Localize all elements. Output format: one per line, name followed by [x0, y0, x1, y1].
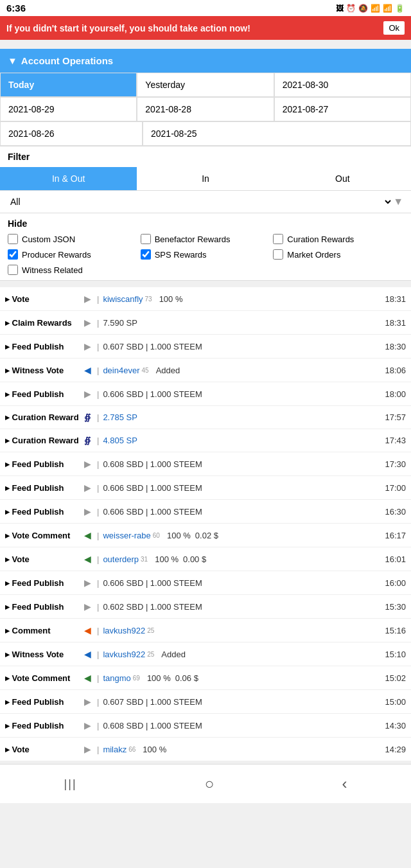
table-row[interactable]: ▸ Curation Reward∯|2.785 SP17:57	[0, 406, 411, 429]
table-row[interactable]: ▸ Feed Publish▶|0.608 SBD | 1.000 STEEM1…	[0, 714, 411, 738]
tx-type-label: ▸ Curation Reward	[5, 436, 79, 445]
tx-time: 17:30	[381, 459, 406, 469]
checkbox-curation-rewards[interactable]: Curation Rewards	[273, 234, 403, 244]
tx-time: 15:10	[381, 650, 406, 659]
table-row[interactable]: ▸ Witness Vote◀|dein4ever45Added18:06	[0, 359, 411, 382]
table-row[interactable]: ▸ Claim Rewards▶|7.590 SP18:31	[0, 311, 411, 335]
tx-direction-icon: ◀	[82, 530, 93, 540]
tx-time: 18:31	[381, 294, 406, 304]
tx-direction-icon: ▶	[82, 744, 93, 754]
tx-direction-icon: ∯	[82, 412, 93, 422]
table-row[interactable]: ▸ Feed Publish▶|0.602 SBD | 1.000 STEEM1…	[0, 595, 411, 619]
table-row[interactable]: ▸ Feed Publish▶|0.608 SBD | 1.000 STEEM1…	[0, 452, 411, 476]
checkbox-benefactor-rewards[interactable]: Benefactor Rewards	[141, 234, 271, 244]
date-2021-08-26[interactable]: 2021-08-26	[0, 121, 143, 146]
wifi-icon: 📶	[371, 4, 380, 13]
tx-detail: lavkush92225	[103, 626, 379, 635]
tx-time: 18:31	[381, 318, 406, 328]
tab-in[interactable]: In	[137, 167, 274, 190]
tx-type-label: ▸ Vote	[5, 294, 79, 304]
checkbox-producer-rewards[interactable]: Producer Rewards	[8, 249, 138, 260]
date-2021-08-28[interactable]: 2021-08-28	[137, 97, 274, 121]
tx-user[interactable]: outerderp	[103, 554, 139, 564]
tx-detail: tangmo69100 %0.06 $	[103, 673, 379, 683]
table-row[interactable]: ▸ Feed Publish▶|0.606 SBD | 1.000 STEEM1…	[0, 571, 411, 595]
date-yesterday[interactable]: Yesterday	[137, 73, 274, 97]
checkbox-market-orders[interactable]: Market Orders	[273, 249, 403, 260]
checkbox-sps-rewards[interactable]: SPS Rewards	[141, 249, 271, 260]
table-row[interactable]: ▸ Curation Reward∯|4.805 SP17:43	[0, 429, 411, 452]
tx-user[interactable]: lavkush922	[103, 626, 145, 635]
tx-direction-icon: ◀	[82, 673, 93, 683]
date-grid: Today Yesterday 2021-08-30 2021-08-29 20…	[0, 73, 411, 146]
date-2021-08-25[interactable]: 2021-08-25	[143, 121, 411, 146]
tx-detail: 0.606 SBD | 1.000 STEEM	[103, 483, 379, 493]
tx-user[interactable]: weisser-rabe	[103, 531, 150, 540]
table-row[interactable]: ▸ Comment◀|lavkush9222515:16	[0, 619, 411, 642]
tx-type-label: ▸ Vote Comment	[5, 673, 79, 683]
tab-in-out[interactable]: In & Out	[0, 167, 137, 190]
tx-type-label: ▸ Feed Publish	[5, 459, 79, 469]
tx-detail: 0.606 SBD | 1.000 STEEM	[103, 389, 379, 399]
account-ops-header[interactable]: ▼ Account Operations	[0, 49, 411, 73]
checkbox-witness-related[interactable]: Witness Related	[8, 265, 138, 275]
date-2021-08-27[interactable]: 2021-08-27	[274, 97, 411, 121]
tx-user[interactable]: dein4ever	[103, 366, 139, 375]
table-row[interactable]: ▸ Vote Comment◀|weisser-rabe60100 %0.02 …	[0, 524, 411, 547]
table-row[interactable]: ▸ Vote▶|milakz66100 %14:29	[0, 738, 411, 761]
date-2021-08-30[interactable]: 2021-08-30	[274, 73, 411, 97]
tx-time: 17:43	[381, 436, 406, 445]
status-bar: 6:36 🖼 ⏰ 🔕 📶 📶 🔋	[0, 0, 411, 16]
table-row[interactable]: ▸ Feed Publish▶|0.606 SBD | 1.000 STEEM1…	[0, 500, 411, 524]
tx-time: 17:00	[381, 483, 406, 493]
tx-direction-icon: ◀	[82, 365, 93, 375]
tx-time: 16:30	[381, 507, 406, 517]
tx-user[interactable]: lavkush922	[103, 650, 145, 659]
tx-type-label: ▸ Feed Publish	[5, 697, 79, 707]
menu-icon[interactable]: |||	[51, 775, 90, 793]
tx-detail: 0.602 SBD | 1.000 STEEM	[103, 602, 379, 612]
tx-detail: milakz66100 %	[103, 745, 379, 754]
alert-banner: If you didn't start it yourself, you sho…	[0, 16, 411, 40]
tx-time: 15:16	[381, 626, 406, 635]
date-today[interactable]: Today	[0, 73, 137, 97]
date-row-2: 2021-08-29 2021-08-28 2021-08-27	[0, 97, 411, 121]
tx-direction-icon: ∯	[82, 436, 93, 445]
table-row[interactable]: ▸ Vote◀|outerderp31100 %0.00 $16:01	[0, 547, 411, 571]
table-row[interactable]: ▸ Vote Comment◀|tangmo69100 %0.06 $15:02	[0, 666, 411, 690]
tx-time: 18:06	[381, 366, 406, 375]
tx-user[interactable]: milakz	[103, 745, 127, 754]
tx-detail: 0.606 SBD | 1.000 STEEM	[103, 507, 379, 517]
tab-out[interactable]: Out	[274, 167, 411, 190]
tx-type-label: ▸ Feed Publish	[5, 578, 79, 588]
tx-type-label: ▸ Vote	[5, 554, 79, 564]
date-2021-08-29[interactable]: 2021-08-29	[0, 97, 137, 121]
date-row-1: Today Yesterday 2021-08-30	[0, 73, 411, 97]
tx-user[interactable]: kiwiscanfly	[103, 294, 143, 304]
tx-detail: 0.606 SBD | 1.000 STEEM	[103, 578, 379, 588]
tx-type-label: ▸ Claim Rewards	[5, 318, 79, 328]
checkbox-custom-json[interactable]: Custom JSON	[8, 234, 138, 244]
tx-type-label: ▸ Curation Reward	[5, 412, 79, 422]
tx-type-label: ▸ Witness Vote	[5, 650, 79, 659]
tx-user[interactable]: tangmo	[103, 673, 130, 683]
signal-icon: 📶	[383, 4, 392, 13]
filter-dropdown[interactable]: All	[8, 196, 393, 208]
table-row[interactable]: ▸ Witness Vote◀|lavkush92225Added15:10	[0, 642, 411, 666]
tx-direction-icon: ▶	[82, 601, 93, 612]
table-row[interactable]: ▸ Feed Publish▶|0.607 SBD | 1.000 STEEM1…	[0, 335, 411, 359]
battery-icon: 🔋	[395, 4, 405, 13]
tx-time: 16:01	[381, 554, 406, 564]
table-row[interactable]: ▸ Vote▶|kiwiscanfly73100 %18:31	[0, 287, 411, 311]
alarm-icon: ⏰	[346, 4, 356, 13]
checkbox-grid: Custom JSON Benefactor Rewards Curation …	[8, 234, 403, 275]
table-row[interactable]: ▸ Feed Publish▶|0.606 SBD | 1.000 STEEM1…	[0, 382, 411, 406]
table-row[interactable]: ▸ Feed Publish▶|0.607 SBD | 1.000 STEEM1…	[0, 690, 411, 714]
table-row[interactable]: ▸ Feed Publish▶|0.606 SBD | 1.000 STEEM1…	[0, 476, 411, 500]
tx-time: 16:17	[381, 531, 406, 540]
tx-direction-icon: ▶	[82, 720, 93, 731]
home-icon[interactable]: ○	[192, 772, 227, 795]
back-icon[interactable]: ‹	[329, 772, 360, 795]
ok-button[interactable]: Ok	[383, 21, 405, 35]
tx-time: 16:00	[381, 578, 406, 588]
